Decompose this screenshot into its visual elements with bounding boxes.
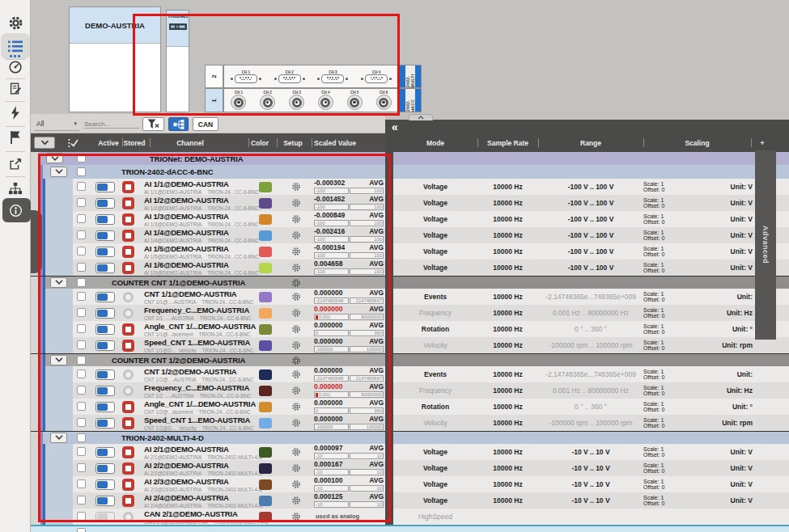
channel-row[interactable]: Angle_CNT 1/...DEMO-AUSTRIACNT 1/2@...la…	[31, 399, 789, 415]
next-row-partial[interactable]	[31, 525, 789, 532]
row-checkbox[interactable]	[77, 512, 86, 521]
row-checkbox[interactable]	[77, 214, 86, 223]
color-swatch[interactable]	[259, 369, 272, 380]
color-swatch[interactable]	[259, 263, 272, 273]
range-cell[interactable]	[538, 509, 643, 525]
active-toggle[interactable]	[95, 369, 115, 380]
stored-indicator[interactable]	[122, 417, 134, 429]
row-checkbox[interactable]	[77, 324, 86, 333]
row-checkbox[interactable]	[77, 247, 86, 255]
channel-row[interactable]: AI 2/2@DEMO-AUSTRIAAI 2/2@DEMO-AUSTRIATR…	[31, 460, 789, 476]
stored-indicator[interactable]	[123, 386, 134, 396]
stored-indicator[interactable]	[122, 340, 134, 352]
range-cell[interactable]: -2.14748365e...748365e+009	[538, 289, 643, 305]
scaling-cell[interactable]: Scale: 1Offset: 0	[643, 260, 684, 276]
setup-gear-icon[interactable]	[291, 214, 301, 224]
stored-indicator[interactable]	[122, 446, 134, 458]
row-checkbox[interactable]	[77, 479, 86, 488]
mode-cell[interactable]: Voltage	[393, 492, 477, 509]
active-toggle[interactable]	[95, 463, 115, 474]
group-setup-gear-icon[interactable]	[291, 278, 301, 288]
scaling-cell[interactable]: Scale: 1Offset: 0	[643, 366, 684, 382]
range-cell[interactable]: -100 V .. 100 V	[538, 227, 643, 243]
sample-rate-cell[interactable]: 10000 Hz	[477, 195, 538, 211]
active-toggle[interactable]	[95, 292, 115, 302]
channel-row[interactable]: AI 2/1@DEMO-AUSTRIAAI 2/1@DEMO-AUSTRIATR…	[31, 444, 789, 460]
active-toggle[interactable]	[95, 247, 115, 257]
stored-indicator[interactable]	[123, 369, 134, 380]
active-toggle[interactable]	[95, 512, 115, 522]
sample-rate-cell[interactable]: 10000 Hz	[477, 366, 538, 382]
stored-indicator[interactable]	[122, 197, 134, 209]
sample-rate-cell[interactable]: 10000 Hz	[477, 382, 538, 399]
sidebar-item-reporting[interactable]	[2, 77, 28, 101]
scaling-cell[interactable]: Scale: 1Offset: 0	[643, 476, 684, 492]
stored-indicator[interactable]	[122, 230, 134, 242]
connector-ch4[interactable]: CH 4	[361, 70, 392, 83]
sidebar-item-export[interactable]	[2, 152, 28, 176]
channel-row[interactable]: AI 1/2@DEMO-AUSTRIAAI 1/2@DEMO-AUSTRIATR…	[31, 195, 789, 211]
mode-cell[interactable]: Velocity	[393, 415, 477, 431]
mode-cell[interactable]: Voltage	[393, 243, 477, 260]
group-setup-gear-icon[interactable]	[291, 356, 301, 365]
color-swatch[interactable]	[259, 198, 272, 209]
scaling-cell[interactable]: Scale: 1Offset: 0	[643, 227, 684, 243]
row-checkbox[interactable]	[77, 263, 86, 272]
range-cell[interactable]: 0 ° .. 360 °	[538, 399, 643, 415]
channel-row[interactable]: AI 1/4@DEMO-AUSTRIAAI 1/4@DEMO-AUSTRIATR…	[31, 227, 789, 243]
connector-ch6[interactable]: CH 6	[376, 91, 392, 110]
stored-indicator[interactable]	[122, 323, 134, 336]
stored-indicator[interactable]	[122, 479, 134, 491]
search-input[interactable]	[84, 120, 139, 129]
group-row[interactable]: TRION-2402-MULTI-4-D	[31, 431, 789, 444]
channel-row[interactable]: AI 1/5@DEMO-AUSTRIAAI 1/5@DEMO-AUSTRIATR…	[31, 243, 789, 260]
row-checkbox[interactable]	[77, 369, 86, 378]
collapse-columns-button[interactable]: «	[392, 120, 398, 133]
range-cell[interactable]: -100 V .. 100 V	[538, 195, 643, 211]
setup-gear-icon[interactable]	[291, 463, 301, 473]
range-cell[interactable]: -100 V .. 100 V	[538, 243, 643, 260]
sidebar-item-info[interactable]	[2, 198, 28, 222]
active-toggle[interactable]	[95, 447, 115, 458]
group-checkbox[interactable]	[77, 433, 86, 442]
group-row[interactable]: COUNTER CNT 1/1@DEMO-AUSTRIA	[31, 276, 789, 289]
add-column-button[interactable]: +	[751, 136, 774, 150]
active-toggle[interactable]	[95, 263, 115, 273]
color-swatch[interactable]	[259, 214, 272, 225]
row-checkbox[interactable]	[77, 402, 86, 411]
setup-gear-icon[interactable]	[291, 402, 301, 412]
setup-gear-icon[interactable]	[291, 496, 301, 505]
mode-cell[interactable]: Frequency	[393, 305, 477, 321]
active-toggle[interactable]	[95, 324, 115, 335]
row-checkbox[interactable]	[77, 230, 86, 239]
stored-indicator[interactable]	[122, 213, 134, 226]
active-toggle[interactable]	[95, 230, 115, 241]
scaling-cell[interactable]: Scale: 1Offset: 0	[643, 492, 684, 509]
range-cell[interactable]: -100 V .. 100 V	[538, 179, 643, 195]
mode-cell[interactable]: Voltage	[393, 444, 477, 460]
color-swatch[interactable]	[259, 247, 272, 257]
sidebar-item-trigger[interactable]	[2, 101, 28, 125]
sidebar-item-topology[interactable]	[2, 176, 28, 201]
device-node[interactable]: TRIONet	[166, 10, 189, 112]
color-swatch[interactable]	[259, 386, 272, 396]
setup-gear-icon[interactable]	[291, 292, 301, 302]
stored-indicator[interactable]	[122, 181, 134, 193]
color-swatch[interactable]	[259, 402, 272, 412]
setup-gear-icon[interactable]	[291, 512, 301, 521]
sample-rate-cell[interactable]: 10000 Hz	[477, 211, 538, 227]
row-checkbox[interactable]	[77, 447, 86, 456]
sample-rate-cell[interactable]: 10000 Hz	[477, 321, 538, 337]
color-swatch[interactable]	[259, 324, 272, 335]
row-checkbox[interactable]	[77, 292, 86, 301]
collapse-all-button[interactable]	[34, 137, 55, 149]
sample-rate-cell[interactable]: 10000 Hz	[477, 476, 538, 492]
connector-ch3[interactable]: CH 3	[317, 70, 348, 83]
stored-indicator[interactable]	[123, 308, 134, 319]
group-checkbox[interactable]	[77, 278, 86, 287]
range-cell[interactable]: 0 ° .. 360 °	[538, 321, 643, 337]
setup-gear-icon[interactable]	[291, 418, 301, 428]
row-checkbox[interactable]	[77, 528, 86, 532]
active-toggle[interactable]	[95, 308, 115, 319]
range-cell[interactable]: 0.001 Hz .. 80000000 Hz	[538, 305, 643, 321]
